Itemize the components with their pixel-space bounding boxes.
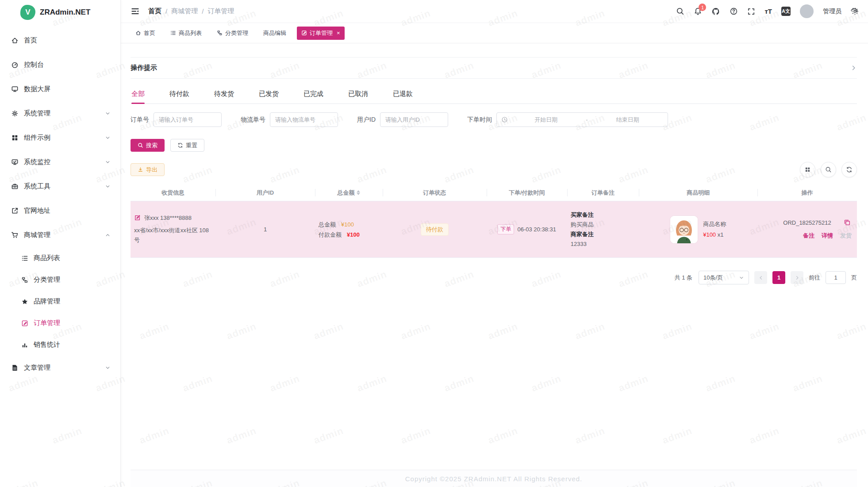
view-tab-category[interactable]: 分类管理 <box>212 27 253 40</box>
tracking-no-input[interactable] <box>270 112 338 127</box>
view-tab-product-list[interactable]: 商品列表 <box>166 27 206 40</box>
breadcrumb-mall[interactable]: 商城管理 <box>171 7 198 15</box>
order-status-tabs: 全部 待付款 待发货 已发货 已完成 已取消 已退款 <box>131 86 857 104</box>
paid-amount-label: 付款金额 <box>319 230 342 240</box>
language-icon[interactable]: A文 <box>781 7 791 16</box>
sidebar-item-category[interactable]: 分类管理 <box>0 269 120 291</box>
status-tab-shipped[interactable]: 已发货 <box>259 86 279 104</box>
notification-bell-icon[interactable]: 1 <box>694 7 702 15</box>
breadcrumb-home[interactable]: 首页 <box>148 7 161 15</box>
sidebar-item-components[interactable]: 组件示例 <box>0 126 120 150</box>
column-header-user-id: 用户ID <box>215 184 315 201</box>
top-navbar: 首页 / 商城管理 / 订单管理 1 ᴛT A文 管理员 <box>121 0 868 23</box>
status-tab-pending-shipment[interactable]: 待发货 <box>214 86 234 104</box>
sidebar-item-label: 数据大屏 <box>24 85 50 93</box>
avatar[interactable] <box>800 4 814 18</box>
admin-username[interactable]: 管理员 <box>823 8 841 15</box>
font-size-icon[interactable]: ᴛT <box>764 8 772 15</box>
star-icon <box>21 298 28 305</box>
column-header-remarks: 订单备注 <box>567 184 639 201</box>
user-id-input[interactable] <box>380 112 448 127</box>
reset-button[interactable]: 重置 <box>170 139 204 152</box>
sidebar-item-orders[interactable]: 订单管理 <box>0 312 120 334</box>
chevron-down-icon <box>105 135 111 141</box>
chevron-down-icon <box>105 159 111 165</box>
detail-action[interactable]: 详情 <box>822 232 833 240</box>
status-badge: 待付款 <box>421 223 449 236</box>
column-header-time: 下单/付款时间 <box>487 184 567 201</box>
app-logo[interactable]: V ZRAdmin.NET <box>0 0 120 25</box>
settings-gear-icon[interactable] <box>851 7 859 15</box>
copy-icon[interactable] <box>844 219 851 226</box>
download-icon <box>138 167 143 173</box>
view-tab-label: 分类管理 <box>225 29 248 37</box>
breadcrumb-orders[interactable]: 订单管理 <box>207 7 234 15</box>
table-row[interactable]: 张xxx 138****8888 xx省/xx市/xxx街道xx社区 108号 … <box>131 201 857 258</box>
status-tab-pending-payment[interactable]: 待付款 <box>169 86 189 104</box>
edit-pen-icon[interactable] <box>134 215 141 221</box>
page-unit-label: 页 <box>851 274 857 282</box>
sort-carets-icon[interactable] <box>357 190 360 195</box>
operation-tip-panel[interactable]: 操作提示 <box>131 57 857 79</box>
sidebar-item-datascreen[interactable]: 数据大屏 <box>0 77 120 101</box>
view-tab-label: 商品列表 <box>179 29 202 37</box>
remark-action[interactable]: 备注 <box>803 232 814 240</box>
sidebar-item-system-admin[interactable]: 系统管理 <box>0 101 120 126</box>
view-tab-orders[interactable]: 订单管理 × <box>297 27 345 40</box>
export-button[interactable]: 导出 <box>131 163 165 176</box>
sidebar-item-articles[interactable]: 文章管理 <box>0 356 120 380</box>
start-date-placeholder[interactable]: 开始日期 <box>511 116 581 124</box>
fullscreen-icon[interactable] <box>747 8 755 15</box>
end-date-placeholder[interactable]: 结束日期 <box>592 116 663 124</box>
close-icon[interactable]: × <box>337 30 340 36</box>
search-icon[interactable] <box>676 7 684 15</box>
document-icon <box>11 364 19 372</box>
table-search-icon[interactable] <box>821 162 836 177</box>
sidebar-item-dashboard[interactable]: 控制台 <box>0 53 120 77</box>
sidebar-collapse-icon[interactable] <box>131 7 139 15</box>
table-refresh-icon[interactable] <box>841 162 857 177</box>
sidebar-item-monitor[interactable]: 系统监控 <box>0 150 120 174</box>
edit-square-icon <box>21 320 28 327</box>
status-tab-refunded[interactable]: 已退款 <box>393 86 413 104</box>
status-tab-all[interactable]: 全部 <box>131 86 145 104</box>
next-page-button[interactable] <box>791 271 803 284</box>
sidebar-item-home[interactable]: 首页 <box>0 28 120 53</box>
view-tab-home[interactable]: 首页 <box>131 27 160 40</box>
sidebar-item-label: 系统管理 <box>24 109 50 118</box>
ship-action[interactable]: 发货 <box>840 232 852 240</box>
product-image[interactable] <box>670 216 698 243</box>
column-header-product: 商品明细 <box>639 184 757 201</box>
sidebar-item-sales-stats[interactable]: 销售统计 <box>0 334 120 356</box>
current-page-button[interactable]: 1 <box>772 271 785 284</box>
chevron-down-icon <box>105 111 111 116</box>
cell-receiver: 张xxx 138****8888 xx省/xx市/xxx街道xx社区 108号 <box>131 210 215 249</box>
sidebar-item-product-list[interactable]: 商品列表 <box>0 247 120 269</box>
date-range-picker[interactable]: 开始日期 - 结束日期 <box>496 112 668 127</box>
status-tab-completed[interactable]: 已完成 <box>303 86 323 104</box>
page-size-select[interactable]: 10条/页 <box>699 271 749 284</box>
column-header-operations: 操作 <box>757 184 857 201</box>
sidebar-item-brand[interactable]: 品牌管理 <box>0 291 120 312</box>
status-tab-cancelled[interactable]: 已取消 <box>348 86 368 104</box>
help-icon[interactable] <box>730 7 738 15</box>
total-count: 共 1 条 <box>675 274 692 282</box>
sidebar-item-tools[interactable]: 系统工具 <box>0 174 120 199</box>
cell-remarks: 买家备注 购买商品 商家备注 12333 <box>567 206 639 253</box>
sidebar-item-label: 分类管理 <box>34 276 60 284</box>
view-tab-product-edit[interactable]: 商品编辑 <box>259 27 291 40</box>
sidebar-item-website[interactable]: 官网地址 <box>0 199 120 223</box>
order-no-input[interactable] <box>154 112 222 127</box>
column-settings-icon[interactable] <box>800 162 815 177</box>
prev-page-button[interactable] <box>754 271 767 284</box>
seller-remark-label: 商家备注 <box>571 230 636 239</box>
edit-square-icon <box>301 30 307 36</box>
order-time-label: 下单时间 <box>467 116 492 124</box>
goto-page-input[interactable] <box>826 271 846 284</box>
tracking-no-label: 物流单号 <box>241 116 265 124</box>
github-icon[interactable] <box>711 7 720 16</box>
sidebar-item-mall[interactable]: 商城管理 <box>0 223 120 247</box>
search-button[interactable]: 搜索 <box>131 139 165 152</box>
table-toolbar: 导出 <box>131 162 857 177</box>
receiver-name-phone: 张xxx 138****8888 <box>144 214 192 222</box>
